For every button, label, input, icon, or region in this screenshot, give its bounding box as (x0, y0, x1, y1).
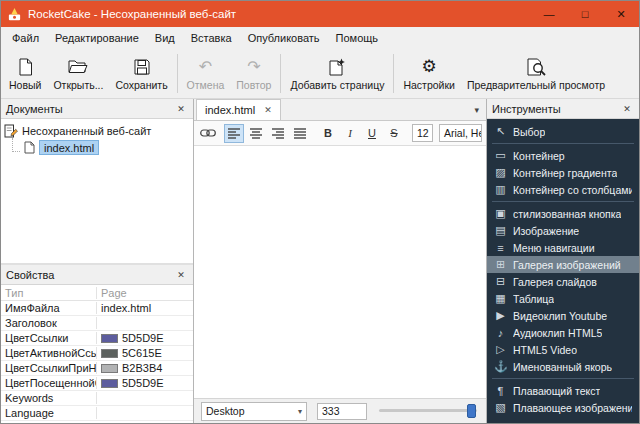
strikethrough-button[interactable]: S (384, 124, 404, 143)
tool-item-image[interactable]: ▤ Изображение (487, 222, 639, 239)
format-toolbar: B I U S 12 ▾ Arial, Helvetic (194, 121, 486, 146)
color-swatch[interactable] (101, 364, 118, 373)
menu-insert[interactable]: Вставка (183, 27, 240, 49)
align-right-button[interactable] (268, 124, 288, 143)
property-value[interactable]: 5D5D9E (97, 332, 193, 344)
tool-item-floating-text[interactable]: ¶ Плавающий текст (487, 382, 639, 399)
font-family-select[interactable]: Arial, Helvetic (439, 124, 482, 142)
preview-button[interactable]: Предварительный просмотр (461, 50, 611, 97)
save-button-label: Сохранить (115, 79, 167, 91)
property-row: Keywords (1, 391, 193, 406)
color-hex-value: 5D5D9E (122, 377, 164, 389)
app-icon (7, 7, 22, 22)
settings-button-label: Настройки (403, 79, 455, 91)
align-right-icon (272, 128, 285, 139)
property-value[interactable]: B2B3B4 (97, 362, 193, 374)
redo-icon: ↷ (247, 57, 260, 77)
tree-connector-line (12, 138, 20, 152)
property-value[interactable]: 5D5D9E (97, 377, 193, 389)
table-icon: ▦ (494, 292, 507, 305)
font-size-select[interactable]: 12 ▾ (412, 124, 433, 142)
undo-button[interactable]: ↶ Отмена (181, 50, 231, 97)
property-value[interactable]: index.html (97, 302, 193, 314)
align-center-icon (250, 128, 263, 139)
underline-button[interactable]: U (362, 124, 382, 143)
page-canvas[interactable] (194, 146, 486, 398)
tree-item-index-html[interactable]: index.html (12, 139, 190, 156)
tab-index-html[interactable]: index.html ✕ (196, 99, 281, 120)
tools-close-icon[interactable]: ✕ (620, 104, 634, 114)
color-swatch[interactable] (101, 379, 118, 388)
menu-edit[interactable]: Редактирование (47, 27, 147, 49)
device-select-value: Desktop (206, 405, 245, 417)
align-center-button[interactable] (246, 124, 266, 143)
add-page-button[interactable]: Добавить страницу (284, 50, 390, 97)
open-button[interactable]: Открыть... (47, 50, 109, 97)
width-slider[interactable] (377, 399, 479, 423)
new-button[interactable]: Новый (3, 50, 47, 97)
add-page-icon (328, 57, 346, 77)
tool-item-slideshow-gallery[interactable]: ⊟ Галерея слайдов (487, 273, 639, 290)
maximize-button[interactable]: □ (567, 1, 603, 27)
properties-close-icon[interactable]: ✕ (174, 270, 188, 280)
property-row: Language (1, 406, 193, 421)
bold-button[interactable]: B (318, 124, 338, 143)
save-button[interactable]: Сохранить (109, 50, 173, 97)
color-hex-value: 5C615E (122, 347, 162, 359)
save-icon (134, 57, 150, 77)
device-select[interactable]: Desktop ▾ (201, 402, 307, 421)
tool-item-image-gallery[interactable]: ⊞ Галерея изображений (487, 256, 639, 273)
slider-track[interactable] (379, 409, 477, 412)
tool-item-container[interactable]: ▭ Контейнер (487, 147, 639, 164)
property-name: ЦветСсылки (1, 332, 97, 344)
tool-item-gradient-container[interactable]: ▨ Контейнер градиента (487, 164, 639, 181)
tool-item-named-anchor[interactable]: ⚓ Именованный якорь (487, 358, 639, 375)
minimize-button[interactable]: — (531, 1, 567, 27)
tree-root-label: Несохраненный веб-сайт (22, 125, 151, 137)
tool-item-selection[interactable]: ↖ Выбор (487, 123, 639, 140)
align-left-button[interactable] (224, 124, 244, 143)
slideshow-gallery-icon: ⊟ (494, 275, 507, 288)
italic-button[interactable]: I (340, 124, 360, 143)
color-swatch[interactable] (101, 334, 118, 343)
tool-item-youtube-video[interactable]: ▶ Видеоклип Youtube (487, 307, 639, 324)
menu-bar: Файл Редактирование Вид Вставка Опублико… (1, 27, 639, 49)
tools-separator (492, 378, 634, 379)
youtube-video-icon: ▶ (494, 309, 507, 322)
property-value[interactable]: 5C615E (97, 347, 193, 359)
floating-text-icon: ¶ (494, 385, 507, 397)
main-toolbar: Новый Открыть... Сохранить ↶ Отмена ↷ По… (1, 49, 639, 99)
tool-item-column-container[interactable]: ▥ Контейнер со столбцами (487, 181, 639, 198)
tool-item-html5-audio[interactable]: ♪ Аудиоклип HTML5 (487, 324, 639, 341)
menu-view[interactable]: Вид (147, 27, 183, 49)
window-title: RocketCake - Несохраненный веб-сайт (28, 8, 236, 20)
close-button[interactable]: ✕ (603, 1, 639, 27)
redo-button[interactable]: ↷ Повтор (230, 50, 277, 97)
tool-item-navigation-menu[interactable]: ≡ Меню навигации (487, 239, 639, 256)
tab-close-icon[interactable]: ✕ (264, 105, 272, 115)
tool-item-table[interactable]: ▦ Таблица (487, 290, 639, 307)
documents-close-icon[interactable]: ✕ (174, 104, 188, 114)
menu-publish[interactable]: Опубликовать (240, 27, 328, 49)
tool-item-html5-video[interactable]: ▷ HTML5 Video (487, 341, 639, 358)
chevron-down-icon: ▾ (298, 407, 302, 416)
settings-button[interactable]: ⚙ Настройки (397, 50, 461, 97)
tools-list: ↖ Выбор ▭ Контейнер ▨ Контейнер градиент… (487, 119, 639, 423)
menu-help[interactable]: Помощь (328, 27, 387, 49)
column-header-type: Тип (1, 287, 97, 299)
link-button[interactable] (198, 124, 218, 143)
menu-file[interactable]: Файл (4, 27, 47, 49)
page-width-input[interactable] (317, 403, 367, 420)
tree-item-website[interactable]: Несохраненный веб-сайт (4, 122, 190, 139)
align-justify-button[interactable] (290, 124, 310, 143)
color-swatch[interactable] (101, 349, 118, 358)
properties-header-row: Тип Page (1, 285, 193, 301)
toolbar-separator (393, 54, 394, 93)
tool-item-floating-image[interactable]: ▧ Плавающее изображение (487, 399, 639, 416)
container-icon: ▭ (494, 149, 507, 162)
tool-item-styled-button[interactable]: ▣ стилизованная кнопка (487, 205, 639, 222)
slider-handle[interactable] (467, 404, 476, 418)
tools-separator (492, 143, 634, 144)
property-name: ЦветПосещеннойС (1, 377, 97, 389)
tab-list-dropdown-icon[interactable]: ▾ (467, 105, 486, 115)
